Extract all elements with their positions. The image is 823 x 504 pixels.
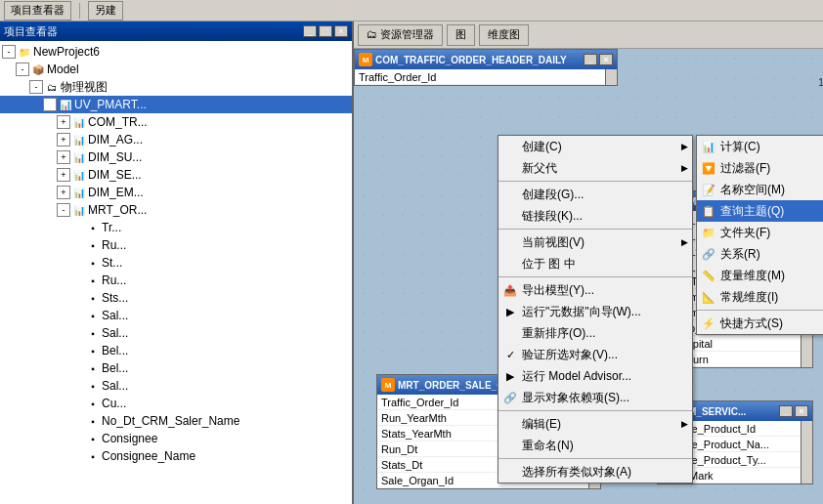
- tree-label-dim_su: DIM_SU...: [88, 150, 142, 164]
- tree-item-dim_ag[interactable]: +📊DIM_AG...: [0, 131, 352, 148]
- tree-item-mrt_or[interactable]: -📊MRT_OR...: [0, 201, 352, 219]
- tree-expand-dim_em[interactable]: +: [57, 186, 70, 199]
- submenu-item------M-[interactable]: 📏度量维度(M): [697, 265, 823, 286]
- tree-label-mrt_or: MRT_OR...: [88, 203, 147, 217]
- tree-icon-com_tr: 📊: [72, 115, 86, 129]
- submenu-item-icon: 📝: [701, 182, 716, 197]
- menu-item------V-[interactable]: 当前视图(V)▶: [498, 231, 692, 253]
- menu-item---------S----[interactable]: 🔗显示对象依赖项(S)...: [498, 387, 692, 408]
- tree-item-dim_su[interactable]: +📊DIM_SU...: [0, 148, 352, 166]
- menu-item-----N-[interactable]: 重命名(N): [498, 435, 692, 456]
- resource-manager-btn[interactable]: 🗂 资源管理器: [358, 24, 443, 46]
- tree-expand-model[interactable]: -: [16, 63, 29, 76]
- tree-expand-mrt_or[interactable]: -: [57, 203, 70, 217]
- tree-expand-dim_su[interactable]: +: [57, 150, 70, 164]
- tree-label-mrt_co2: Consignee_Name: [102, 449, 195, 463]
- menu-item-----------W----[interactable]: ▶运行"元数据"向导(W)...: [498, 301, 692, 322]
- submenu-item-----F-[interactable]: 🔽过滤器(F): [697, 157, 823, 179]
- tree-item-uv_pmart[interactable]: -📊UV_PMART...: [0, 96, 352, 113]
- tree-item-mrt_co[interactable]: ▪Consignee: [0, 430, 352, 447]
- tree-item-dim_se[interactable]: +📊DIM_SE...: [0, 166, 352, 184]
- menu-item-------[interactable]: 位于 图 中: [498, 253, 692, 274]
- tree-icon-mrt_sa2: ▪: [86, 326, 100, 340]
- menu-item----[interactable]: 新父代▶: [498, 157, 692, 179]
- project-explorer-btn[interactable]: 项目查看器: [4, 1, 71, 21]
- menu-item-----K----[interactable]: 链接段(K)...: [498, 205, 692, 227]
- menu-item----Model-Advisor---[interactable]: ▶运行 Model Advisor...: [498, 365, 692, 387]
- tree-item-mrt_sa[interactable]: ▪Sal...: [0, 307, 352, 324]
- tree-expand-dim_se[interactable]: +: [57, 168, 70, 182]
- another-btn[interactable]: 另建: [88, 1, 123, 21]
- maximize-btn[interactable]: □: [319, 25, 332, 37]
- tree-expand-uv_pmart[interactable]: -: [43, 98, 57, 111]
- tree-item-mrt_co2[interactable]: ▪Consignee_Name: [0, 447, 352, 465]
- submenu-item-label: 计算(C): [720, 139, 760, 155]
- tree-label-physview: 物理视图: [61, 79, 108, 96]
- tree-icon-newproject: 📁: [18, 45, 31, 59]
- tree-item-mrt_ru2[interactable]: ▪Ru...: [0, 272, 352, 289]
- tree-expand-physview[interactable]: -: [29, 80, 43, 94]
- submenu-item-icon: 📁: [701, 225, 716, 240]
- tree-label-dim_ag: DIM_AG...: [88, 133, 143, 147]
- tree-item-newproject[interactable]: -📁NewProject6: [0, 43, 352, 61]
- tree-icon-model: 📦: [31, 63, 45, 76]
- dimension-diagram-btn[interactable]: 维度图: [479, 24, 529, 46]
- diagram-btn[interactable]: 图: [447, 24, 475, 46]
- menu-item----C-[interactable]: 创建(C)▶: [498, 136, 692, 157]
- tree-expand-newproject[interactable]: -: [2, 45, 16, 59]
- submenu-item------S-[interactable]: ⚡快捷方式(S): [697, 313, 823, 334]
- submenu-item-label: 常规维度(I): [720, 289, 778, 306]
- tree-label-model: Model: [47, 63, 79, 76]
- tree-item-mrt_tr[interactable]: ▪Tr...: [0, 219, 352, 236]
- tree-item-model[interactable]: -📦Model: [0, 61, 352, 78]
- submenu-item-icon: 📐: [701, 289, 716, 305]
- tree-expand-com_tr[interactable]: +: [57, 115, 70, 129]
- tree-panel[interactable]: -📁NewProject6-📦Model-🗂物理视图-📊UV_PMART...+…: [0, 41, 352, 504]
- tree-item-mrt_sa3[interactable]: ▪Sal...: [0, 377, 352, 395]
- menu-item-label: 编辑(E): [522, 416, 561, 433]
- tree-item-com_tr[interactable]: +📊COM_TR...: [0, 113, 352, 131]
- tree-icon-dim_su: 📊: [72, 150, 86, 164]
- tree-icon-mrt_co2: ▪: [86, 449, 100, 463]
- tree-icon-mrt_no: ▪: [86, 414, 100, 428]
- close-btn[interactable]: ×: [334, 25, 348, 37]
- menu-item--------V----[interactable]: ✓验证所选对象(V)...: [498, 344, 692, 365]
- tree-label-mrt_sa3: Sal...: [102, 379, 128, 393]
- tree-item-physview[interactable]: -🗂物理视图: [0, 78, 352, 96]
- submenu-item-label: 过滤器(F): [720, 160, 770, 177]
- tree-item-mrt_cu[interactable]: ▪Cu...: [0, 395, 352, 412]
- submenu-item-label: 快捷方式(S): [720, 315, 783, 332]
- tree-item-mrt_st[interactable]: ▪St...: [0, 254, 352, 272]
- menu-item-arrow: ▶: [681, 163, 688, 173]
- menu-item------O----[interactable]: 重新排序(O)...: [498, 322, 692, 344]
- submenu-item----C-[interactable]: 📊计算(C): [697, 136, 823, 157]
- menu-item-arrow: ▶: [681, 419, 688, 429]
- toolbar-separator: [79, 3, 80, 19]
- submenu-item------Q-[interactable]: 📋查询主题(Q): [697, 200, 823, 222]
- menu-item-----G----[interactable]: 创建段(G)...: [498, 184, 692, 205]
- right-toolbar: 🗂 资源管理器 图 维度图: [354, 21, 823, 49]
- tree-item-mrt_sa2[interactable]: ▪Sal...: [0, 324, 352, 342]
- tree-item-mrt_be[interactable]: ▪Bel...: [0, 342, 352, 359]
- canvas-area[interactable]: 1.1 1..1 1..1 1.1 1..1 1..1 1..1 0..1 0.…: [354, 49, 823, 504]
- submenu-item------I-[interactable]: 📐常规维度(I): [697, 286, 823, 308]
- submenu-item-label: 关系(R): [720, 246, 760, 263]
- tree-label-mrt_be2: Bel...: [102, 361, 128, 375]
- tree-item-mrt_ru[interactable]: ▪Ru...: [0, 236, 352, 254]
- menu-item------Y----[interactable]: 📤导出模型(Y)...: [498, 279, 692, 301]
- tree-icon-mrt_co: ▪: [86, 432, 100, 445]
- tree-item-dim_em[interactable]: +📊DIM_EM...: [0, 184, 352, 201]
- tree-expand-dim_ag[interactable]: +: [57, 133, 70, 147]
- menu-item----------A-[interactable]: 选择所有类似对象(A): [498, 461, 692, 483]
- tree-icon-mrt_st: ▪: [86, 256, 100, 270]
- minimize-btn[interactable]: _: [303, 25, 317, 37]
- submenu-item------M-[interactable]: 📝名称空间(M): [697, 179, 823, 200]
- tree-item-mrt_no[interactable]: ▪No_Dt_CRM_Saler_Name: [0, 412, 352, 430]
- submenu-item-----F-[interactable]: 📁文件夹(F): [697, 222, 823, 243]
- tree-item-mrt_st2[interactable]: ▪Sts...: [0, 289, 352, 307]
- submenu-item----R-[interactable]: 🔗关系(R): [697, 243, 823, 265]
- tree-item-mrt_be2[interactable]: ▪Bel...: [0, 359, 352, 377]
- menu-item-icon: ▶: [502, 368, 518, 384]
- menu-item----E-[interactable]: 编辑(E)▶: [498, 413, 692, 435]
- menu-item-label: 当前视图(V): [522, 234, 585, 251]
